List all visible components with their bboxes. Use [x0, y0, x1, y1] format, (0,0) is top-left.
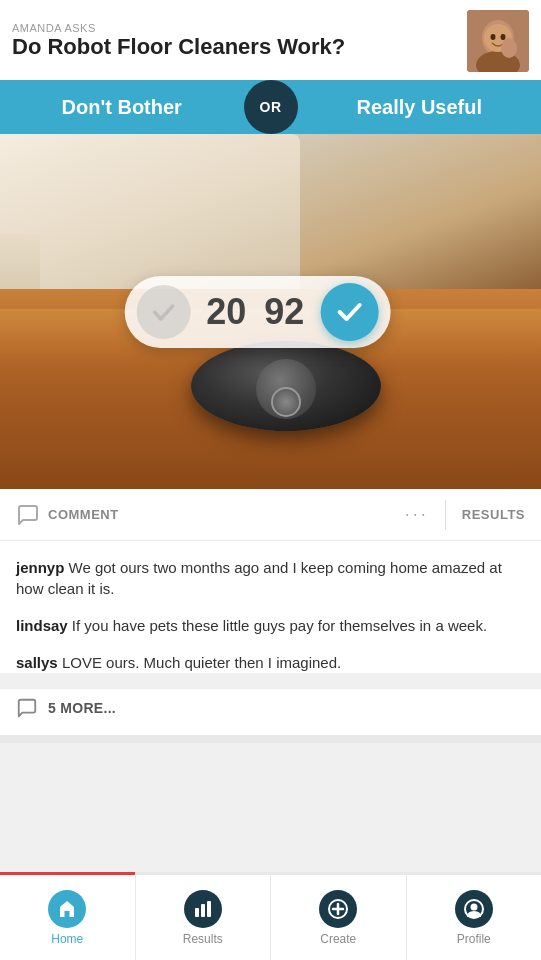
avatar — [467, 10, 529, 72]
svg-rect-10 — [207, 901, 211, 917]
bottom-nav: Home Results Create — [0, 872, 541, 960]
option-left[interactable]: Don't Bother — [0, 80, 244, 134]
profile-icon — [455, 890, 493, 928]
svg-point-5 — [501, 34, 506, 40]
svg-rect-8 — [195, 908, 199, 917]
vote-overlay: 20 92 — [124, 276, 390, 348]
comment-label: COMMENT — [48, 507, 119, 522]
main-image: 20 92 — [0, 134, 541, 489]
vote-right-check[interactable] — [320, 283, 378, 341]
option-right[interactable]: Really Useful — [298, 80, 542, 134]
nav-item-create[interactable]: Create — [271, 875, 407, 960]
comment-item: jennyp We got ours two months ago and I … — [16, 557, 525, 599]
nav-item-home[interactable]: Home — [0, 875, 136, 960]
header-label: AMANDA ASKS — [12, 22, 345, 34]
nav-label-results: Results — [183, 932, 223, 946]
action-divider — [445, 500, 446, 530]
or-circle: OR — [244, 80, 298, 134]
nav-label-home: Home — [51, 932, 83, 946]
svg-rect-9 — [201, 904, 205, 917]
comment-author: sallys — [16, 654, 58, 671]
vote-left-count: 20 — [206, 291, 246, 333]
more-dots[interactable]: ··· — [405, 504, 429, 525]
home-icon — [48, 890, 86, 928]
create-icon — [319, 890, 357, 928]
results-action[interactable]: RESULTS — [462, 507, 525, 522]
nav-item-results[interactable]: Results — [136, 875, 272, 960]
comments-section: jennyp We got ours two months ago and I … — [0, 541, 541, 673]
comment-text: If you have pets these little guys pay f… — [68, 617, 487, 634]
vote-right-count: 92 — [264, 291, 304, 333]
nav-label-profile: Profile — [457, 932, 491, 946]
comment-bubble-icon — [16, 503, 40, 527]
header: AMANDA ASKS Do Robot Floor Cleaners Work… — [0, 0, 541, 80]
section-divider — [0, 735, 541, 743]
nav-item-profile[interactable]: Profile — [407, 875, 542, 960]
header-text: AMANDA ASKS Do Robot Floor Cleaners Work… — [12, 22, 345, 60]
comment-action[interactable]: COMMENT — [16, 503, 119, 527]
avatar-image — [467, 10, 529, 72]
nav-label-create: Create — [320, 932, 356, 946]
comment-author: lindsay — [16, 617, 68, 634]
sofa-decoration — [0, 134, 300, 294]
more-comments-label: 5 MORE... — [48, 700, 116, 716]
more-comments[interactable]: 5 MORE... — [0, 689, 541, 735]
comment-item: sallys LOVE ours. Much quieter then I im… — [16, 652, 525, 673]
header-title: Do Robot Floor Cleaners Work? — [12, 34, 345, 60]
svg-point-4 — [491, 34, 496, 40]
comment-author: jennyp — [16, 559, 64, 576]
svg-point-6 — [501, 38, 517, 58]
vote-left-check[interactable] — [136, 285, 190, 339]
comment-item: lindsay If you have pets these little gu… — [16, 615, 525, 636]
comment-text: We got ours two months ago and I keep co… — [16, 559, 502, 597]
comment-text: LOVE ours. Much quieter then I imagined. — [58, 654, 341, 671]
more-bubble-icon — [16, 697, 38, 719]
svg-point-15 — [470, 903, 477, 910]
action-bar: COMMENT ··· RESULTS — [0, 489, 541, 541]
or-bar: Don't Bother OR Really Useful — [0, 80, 541, 134]
results-icon — [184, 890, 222, 928]
